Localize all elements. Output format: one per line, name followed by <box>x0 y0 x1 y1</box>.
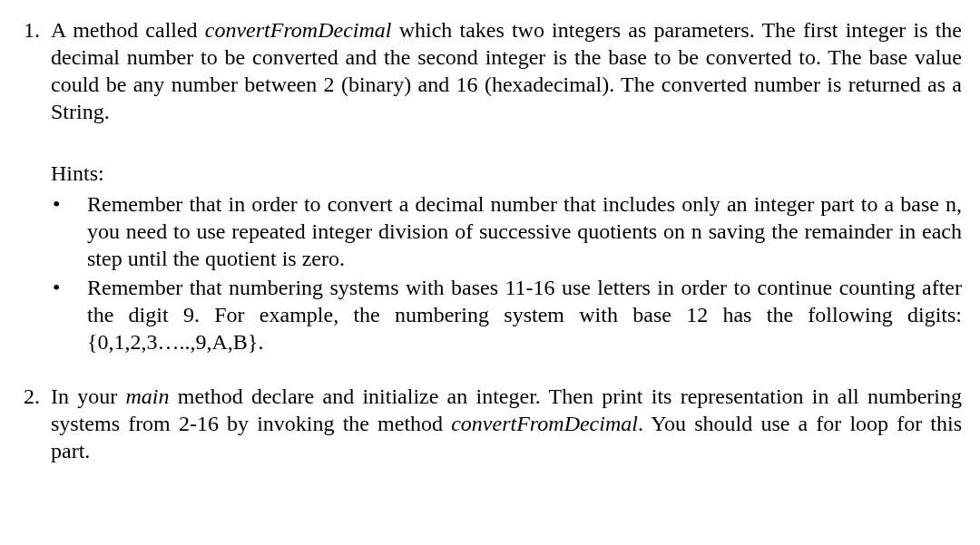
list-item-2: 2. In your main method declare and initi… <box>7 383 962 464</box>
item-1-method: convertFromDecimal <box>205 18 392 42</box>
list-item-1: 1. A method called convertFromDecimal wh… <box>7 16 962 357</box>
bullet-item-2: • Remember that numbering systems with b… <box>51 274 962 355</box>
hints-label: Hints: <box>51 160 962 187</box>
list-content-1: A method called convertFromDecimal which… <box>51 16 962 357</box>
hints-bullet-list: • Remember that in order to convert a de… <box>51 190 962 355</box>
bullet-text-1: Remember that in order to convert a deci… <box>87 190 962 272</box>
list-content-2: In your main method declare and initiali… <box>51 383 962 464</box>
item-2-text: In your main method declare and initiali… <box>51 383 962 464</box>
bullet-marker-1: • <box>51 190 87 272</box>
list-number-1: 1. <box>7 16 51 357</box>
item-2-method: convertFromDecimal <box>451 412 638 435</box>
item-1-text: A method called convertFromDecimal which… <box>51 16 962 125</box>
bullet-item-1: • Remember that in order to convert a de… <box>51 190 962 272</box>
item-2-pre: In your <box>51 384 125 408</box>
list-number-2: 2. <box>7 383 51 464</box>
bullet-marker-2: • <box>51 274 87 355</box>
item-2-italic-main: main <box>125 384 169 408</box>
item-1-pre: A method called <box>51 18 205 42</box>
bullet-text-2: Remember that numbering systems with bas… <box>87 274 962 355</box>
